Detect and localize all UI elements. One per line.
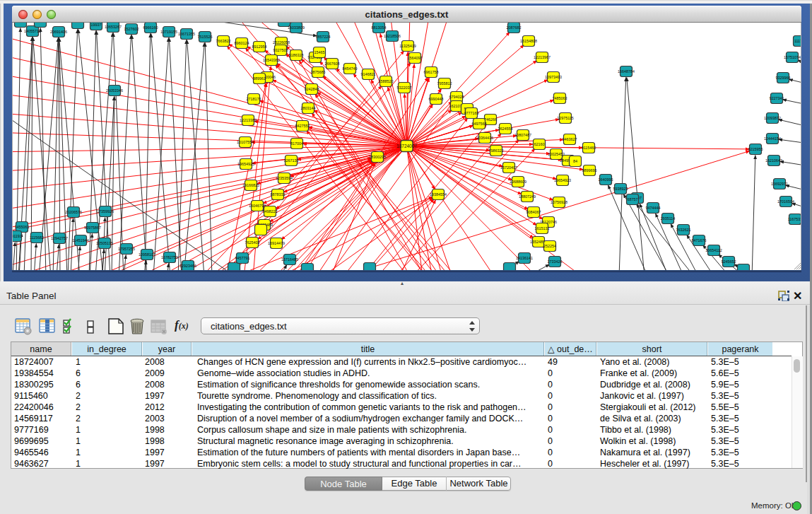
svg-text:10688609: 10688609 <box>510 180 526 184</box>
svg-text:7632621: 7632621 <box>676 228 691 232</box>
svg-text:1733426: 1733426 <box>548 259 563 264</box>
svg-text:8912954: 8912954 <box>252 45 267 49</box>
svg-text:15716485: 15716485 <box>281 257 298 262</box>
svg-text:12975115: 12975115 <box>557 116 574 120</box>
svg-text:15465: 15465 <box>314 50 325 54</box>
svg-text:16154808: 16154808 <box>520 39 537 43</box>
svg-text:11451944: 11451944 <box>72 238 89 243</box>
svg-text:3267130: 3267130 <box>284 158 299 163</box>
svg-text:9327505: 9327505 <box>273 48 288 52</box>
svg-text:10807487: 10807487 <box>514 133 531 137</box>
svg-text:16543362: 16543362 <box>263 58 280 62</box>
svg-text:84: 84 <box>573 159 577 163</box>
svg-text:9777169: 9777169 <box>464 111 479 115</box>
svg-text:7857224: 7857224 <box>316 35 331 39</box>
svg-text:1640995: 1640995 <box>599 177 613 182</box>
svg-text:9463627: 9463627 <box>563 137 577 141</box>
svg-text:1455061: 1455061 <box>15 225 30 229</box>
svg-text:9146821: 9146821 <box>361 72 376 76</box>
svg-text:17957255: 17957255 <box>118 247 135 251</box>
svg-text:8454749: 8454749 <box>343 66 358 71</box>
svg-text:12213967: 12213967 <box>534 55 551 59</box>
svg-text:11174: 11174 <box>794 39 801 43</box>
svg-text:19654925: 19654925 <box>237 162 254 166</box>
svg-text:2667608: 2667608 <box>325 62 340 66</box>
svg-text:8186328: 8186328 <box>289 53 304 57</box>
svg-text:14055712: 14055712 <box>24 29 41 33</box>
svg-text:9899695: 9899695 <box>582 168 597 173</box>
svg-text:18807249: 18807249 <box>519 194 536 199</box>
svg-text:12505135: 12505135 <box>96 241 113 245</box>
svg-text:14136141: 14136141 <box>516 256 533 260</box>
svg-text:9245652: 9245652 <box>722 259 736 264</box>
svg-text:9084067: 9084067 <box>526 210 541 214</box>
svg-text:12923466: 12923466 <box>180 264 196 268</box>
svg-text:7625402: 7625402 <box>245 240 260 245</box>
svg-text:5322037: 5322037 <box>397 86 412 90</box>
svg-text:62160: 62160 <box>534 142 545 146</box>
svg-text:15692971: 15692971 <box>771 182 788 186</box>
svg-text:18724007: 18724007 <box>396 144 417 148</box>
svg-text:2718176: 2718176 <box>247 97 261 101</box>
svg-text:10756928: 10756928 <box>551 200 567 204</box>
svg-text:3624554: 3624554 <box>498 127 513 131</box>
svg-text:2087682: 2087682 <box>507 25 522 30</box>
svg-text:10654112: 10654112 <box>705 248 722 252</box>
svg-text:6966160: 6966160 <box>143 25 158 30</box>
svg-text:252254: 252254 <box>543 244 556 248</box>
svg-text:7663822: 7663822 <box>216 39 231 43</box>
svg-text:16046798: 16046798 <box>249 204 266 208</box>
svg-text:20364436: 20364436 <box>476 136 493 140</box>
svg-text:7986322: 7986322 <box>489 148 504 153</box>
svg-text:16782759: 16782759 <box>161 255 178 259</box>
svg-text:19937: 19937 <box>91 23 102 27</box>
svg-text:18300295: 18300295 <box>369 155 386 159</box>
svg-text:10107554: 10107554 <box>237 140 254 144</box>
svg-text:6961758: 6961758 <box>424 70 439 74</box>
svg-text:10958107: 10958107 <box>139 252 155 257</box>
svg-text:7485063: 7485063 <box>553 96 567 100</box>
svg-text:10025453: 10025453 <box>548 152 565 156</box>
svg-text:68757: 68757 <box>628 197 638 201</box>
svg-text:25226058: 25226058 <box>273 40 290 45</box>
svg-text:1527602: 1527602 <box>124 27 139 31</box>
svg-text:19166825: 19166825 <box>242 183 259 187</box>
svg-text:5938923: 5938923 <box>613 187 628 191</box>
svg-text:2803144: 2803144 <box>301 106 316 110</box>
svg-text:8878332: 8878332 <box>271 192 286 197</box>
svg-text:8813054: 8813054 <box>372 25 387 30</box>
svg-text:3875685: 3875685 <box>311 70 326 74</box>
svg-text:8960124: 8960124 <box>235 41 249 45</box>
svg-text:11325419: 11325419 <box>399 44 416 48</box>
svg-text:817004: 817004 <box>290 141 303 146</box>
svg-text:9457791: 9457791 <box>235 256 250 260</box>
svg-text:9474444: 9474444 <box>646 206 661 210</box>
svg-text:6794028: 6794028 <box>449 95 464 99</box>
svg-text:16033809: 16033809 <box>288 25 305 30</box>
svg-text:12093872: 12093872 <box>764 116 781 120</box>
svg-text:12213389: 12213389 <box>240 118 257 122</box>
svg-text:20691406: 20691406 <box>50 30 67 34</box>
svg-text:15720407: 15720407 <box>500 165 517 170</box>
svg-text:5498222: 5498222 <box>263 209 278 214</box>
svg-text:26053346: 26053346 <box>106 88 123 93</box>
svg-text:15751074: 15751074 <box>784 55 801 59</box>
svg-text:1167533: 1167533 <box>788 217 801 221</box>
svg-text:7515526: 7515526 <box>198 35 213 39</box>
svg-text:19384554: 19384554 <box>430 192 447 197</box>
svg-text:16210643: 16210643 <box>765 158 782 163</box>
svg-text:16671355: 16671355 <box>178 32 195 36</box>
svg-text:17359926: 17359926 <box>97 209 114 214</box>
svg-text:989961: 989961 <box>253 76 266 81</box>
svg-text:12942757: 12942757 <box>51 236 68 240</box>
svg-text:9115460: 9115460 <box>582 146 596 150</box>
svg-text:16914479: 16914479 <box>268 241 285 245</box>
svg-text:2935114: 2935114 <box>661 216 676 221</box>
svg-text:8471676: 8471676 <box>692 238 707 243</box>
svg-text:9227341: 9227341 <box>770 96 784 100</box>
svg-text:93975867: 93975867 <box>84 226 101 230</box>
svg-text:6497568: 6497568 <box>472 122 487 126</box>
svg-text:8427552: 8427552 <box>295 124 310 128</box>
svg-text:19218506: 19218506 <box>384 34 401 38</box>
svg-text:16648784: 16648784 <box>618 69 635 74</box>
